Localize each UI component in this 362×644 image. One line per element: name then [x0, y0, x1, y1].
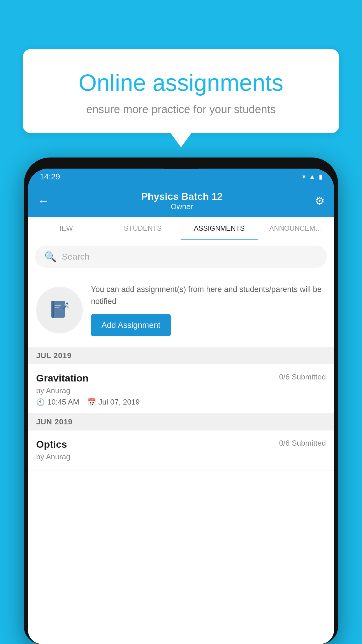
speech-bubble: Online assignments ensure more practice …: [23, 49, 339, 133]
assignment-submitted-gravitation: 0/6 Submitted: [279, 372, 326, 382]
tab-announcements[interactable]: ANNOUNCEM…: [258, 217, 334, 240]
status-time: 14:29: [40, 172, 60, 181]
assignment-header-optics: Optics 0/6 Submitted: [36, 439, 326, 450]
search-placeholder: Search: [62, 252, 89, 262]
notebook-svg-icon: [48, 298, 71, 322]
status-bar: 14:29 ▾ ▲ ▮: [28, 169, 334, 185]
assignment-time: 🕙 10:45 AM: [36, 398, 79, 407]
app-bar-title-block: Physics Batch 12 Owner: [49, 191, 315, 211]
search-icon: 🔍: [44, 251, 57, 262]
svg-rect-5: [55, 305, 61, 306]
signal-icon: ▲: [309, 173, 315, 181]
assignment-item-gravitation[interactable]: Gravitation 0/6 Submitted by Anurag 🕙 10…: [28, 364, 334, 413]
assignment-title-gravitation: Gravitation: [36, 372, 88, 384]
tabs: IEW STUDENTS ASSIGNMENTS ANNOUNCEM…: [28, 217, 334, 240]
assignment-title-optics: Optics: [36, 439, 67, 450]
gear-icon[interactable]: ⚙: [315, 195, 325, 207]
tab-assignments[interactable]: ASSIGNMENTS: [181, 217, 258, 240]
assignment-date: 📅 Jul 07, 2019: [87, 398, 140, 407]
assignment-meta-gravitation: 🕙 10:45 AM 📅 Jul 07, 2019: [36, 398, 326, 407]
assignment-author-gravitation: by Anurag: [36, 386, 326, 395]
svg-rect-1: [52, 301, 54, 318]
month-header-jun: JUN 2019: [28, 413, 334, 430]
calendar-icon: 📅: [87, 398, 96, 406]
phone-notch: [158, 158, 204, 169]
tab-students[interactable]: STUDENTS: [105, 217, 181, 240]
phone-frame: 14:29 ▾ ▲ ▮ ← Physics Batch 12 Owner ⚙ I…: [24, 158, 338, 644]
search-bar: 🔍 Search: [28, 240, 334, 273]
speech-bubble-subtitle: ensure more practice for your students: [40, 103, 322, 116]
app-bar-subtitle: Owner: [49, 202, 315, 211]
status-icons: ▾ ▲ ▮: [302, 173, 322, 181]
clock-icon: 🕙: [36, 398, 45, 406]
promo-text: You can add assignment(s) from here and …: [91, 284, 326, 336]
assignment-date-value: Jul 07, 2019: [99, 398, 140, 407]
app-bar: ← Physics Batch 12 Owner ⚙: [28, 185, 334, 217]
phone-screen: 14:29 ▾ ▲ ▮ ← Physics Batch 12 Owner ⚙ I…: [28, 169, 334, 644]
svg-rect-6: [55, 307, 59, 308]
app-bar-title: Physics Batch 12: [49, 191, 315, 202]
back-button[interactable]: ←: [37, 195, 49, 208]
search-input-wrap[interactable]: 🔍 Search: [35, 246, 327, 268]
assignment-submitted-optics: 0/6 Submitted: [279, 439, 326, 448]
speech-bubble-title: Online assignments: [40, 69, 322, 96]
promo-description: You can add assignment(s) from here and …: [91, 284, 326, 307]
assignment-time-value: 10:45 AM: [47, 398, 79, 407]
month-header-jul: JUL 2019: [28, 347, 334, 364]
tab-iew[interactable]: IEW: [28, 217, 105, 240]
assignment-header: Gravitation 0/6 Submitted: [36, 372, 326, 384]
wifi-icon: ▾: [302, 173, 305, 181]
assignment-item-optics[interactable]: Optics 0/6 Submitted by Anurag: [28, 430, 334, 470]
battery-icon: ▮: [319, 173, 322, 181]
assignment-author-optics: by Anurag: [36, 452, 326, 461]
promo-icon-circle: [36, 287, 83, 333]
add-assignment-button[interactable]: Add Assignment: [91, 314, 171, 336]
promo-section: You can add assignment(s) from here and …: [28, 273, 334, 347]
